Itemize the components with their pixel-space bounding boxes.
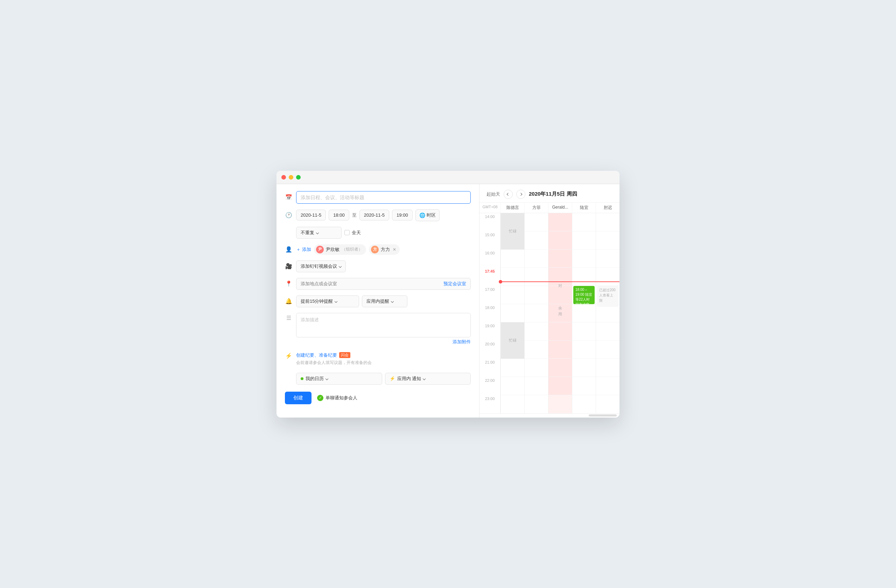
busy-label-1-b: 忙碌 [509,338,517,343]
cal-row-spacer [285,375,293,382]
event-block[interactable]: 18:00 –19:00 陆宜等22人时间有冲突 [573,286,595,304]
repeat-content: 不重复 全天 [296,227,471,239]
next-day-button[interactable] [516,190,525,199]
person-col-4: 18:00 –19:00 陆宜等22人时间有冲突 [572,213,596,413]
cell-1-22 [501,359,524,377]
cell-2-23 [525,377,548,395]
timezone-button[interactable]: 🌐 时区 [416,209,440,221]
time-grid: 14:00 15:00 16:00 17:45 17:00 18:00 19:0… [480,213,620,413]
timezone-label: 时区 [427,212,436,218]
clock-icon: 🕐 [285,212,293,219]
overlap-2: 余 [558,306,562,311]
scrollbar-thumb[interactable] [589,414,617,416]
flash-badge: 闪会 [339,352,350,358]
form-panel: 📅 🕐 2020-11-5 18:00 至 2020-11-5 19:00 🌐 … [276,184,480,417]
start-time[interactable]: 18:00 [329,210,349,221]
overlap-1: 对 [558,283,562,288]
allday-checkbox[interactable]: 全天 [344,230,361,236]
time-14: 14:00 [480,213,500,232]
time-23: 23:00 [480,395,500,413]
notify-select[interactable]: ⚡ 应用内 通知 [385,373,471,385]
event-text: 18:00 –19:00 陆宜等22人时间有冲突 [575,287,593,307]
cell-2-21 [525,341,548,359]
datetime-content: 2020-11-5 18:00 至 2020-11-5 19:00 🌐 时区 [296,209,471,221]
remove-attendee-2-button[interactable]: ✕ [393,247,396,252]
desc-content: 添加描述 添加附件 [296,313,471,345]
globe-icon: 🌐 [419,212,425,218]
video-content: 添加钉钉视频会议 [296,260,471,272]
notes-row: ⚡ 创建纪要、准备纪要 闪会 会前邀请参会人填写议题，开有准备的会 [285,351,471,367]
reminder-type-select[interactable]: 应用内提醒 [362,296,407,307]
location-input[interactable] [301,281,443,286]
overlap-3: 用 [558,311,562,317]
video-conf-button[interactable]: 添加钉钉视频会议 [296,260,346,272]
chevron-down-icon [316,231,319,234]
time-18: 18:00 [480,304,500,322]
bell-icon: 🔔 [285,297,293,305]
cell-4-14 [572,213,596,232]
notes-content: 创建纪要、准备纪要 闪会 会前邀请参会人填写议题，开有准备的会 [296,352,471,366]
create-button[interactable]: 创建 [285,391,311,404]
notify-label: 应用内 通知 [397,376,421,382]
calendar-dot [301,377,303,380]
attendee-2-name: 方力 [381,247,390,253]
allday-check-box[interactable] [344,230,350,235]
cell-3-14 [549,213,572,232]
attach-link[interactable]: 添加附件 [296,339,471,345]
add-attendee-button[interactable]: ＋ 添加 [296,247,311,253]
busy-label-1-a: 忙碌 [509,228,517,234]
description-input[interactable]: 添加描述 [296,313,471,337]
cell-2-14 [525,213,548,232]
person-col-3: 对 余 用 [548,213,572,413]
attendee-chip-2: 方 方力 ✕ [369,244,400,255]
cell-5-16 [596,250,620,268]
repeat-spacer [285,229,293,237]
cell-5-14 [596,213,620,232]
location-icon: 📍 [285,280,293,288]
titlebar [276,171,620,184]
busy-block-1-a: 忙碌 [501,213,524,250]
person-col-1: 忙碌 忙碌 [500,213,524,413]
calendar-panel: 起始天 2020年11月5日 周四 GMT+08 陈德言 方菲 Gerald..… [480,184,620,417]
cell-2-22 [525,359,548,377]
repeat-label: 不重复 [301,230,314,236]
main-content: 📅 🕐 2020-11-5 18:00 至 2020-11-5 19:00 🌐 … [276,184,620,417]
person-col-5: 已超过200人查看上限 [596,213,620,413]
person-icon: 👤 [285,246,293,253]
maximize-button[interactable] [296,175,301,180]
cell-2-18 [525,286,548,304]
prev-day-button[interactable] [504,190,513,199]
col-header-2: 方菲 [524,203,548,213]
end-time[interactable]: 19:00 [392,210,413,221]
reserve-room-link[interactable]: 预定会议室 [443,281,466,287]
horizontal-scrollbar[interactable] [480,413,620,417]
title-input[interactable] [296,191,471,204]
chevron-left-icon [507,192,510,195]
create-notes-link[interactable]: 创建纪要、准备纪要 [296,352,337,358]
app-window: 📅 🕐 2020-11-5 18:00 至 2020-11-5 19:00 🌐 … [276,171,620,417]
time-16: 16:00 [480,250,500,268]
cell-5-22 [596,359,620,377]
title-input-wrapper [296,191,471,204]
calendar-body[interactable]: 14:00 15:00 16:00 17:45 17:00 18:00 19:0… [480,213,620,413]
repeat-select[interactable]: 不重复 [296,227,341,239]
reminder-type-label: 应用内提醒 [366,298,389,305]
reminder-select[interactable]: 提前15分钟提醒 [296,296,359,307]
location-input-wrapper[interactable]: 预定会议室 [296,278,471,290]
reminder-label: 提前15分钟提醒 [301,298,333,305]
time-21: 21:00 [480,359,500,377]
cell-5-15 [596,232,620,250]
end-date[interactable]: 2020-11-5 [360,210,389,221]
col-header-3: Gerald... [548,203,572,213]
start-date[interactable]: 2020-11-5 [296,210,326,221]
cell-3-23 [549,377,572,395]
minimize-button[interactable] [289,175,293,180]
time-19: 19:00 [480,322,500,341]
cell-2-20 [525,322,548,341]
calendar-select[interactable]: 我的日历 [296,373,382,385]
allday-label: 全天 [352,230,361,236]
close-button[interactable] [281,175,286,180]
notes-hint: 会前邀请参会人填写议题，开有准备的会 [296,360,471,366]
notify-attendee-check[interactable]: ✓ 单聊通知参会人 [317,395,357,401]
calendar-date-title: 2020年11月5日 周四 [529,191,577,197]
